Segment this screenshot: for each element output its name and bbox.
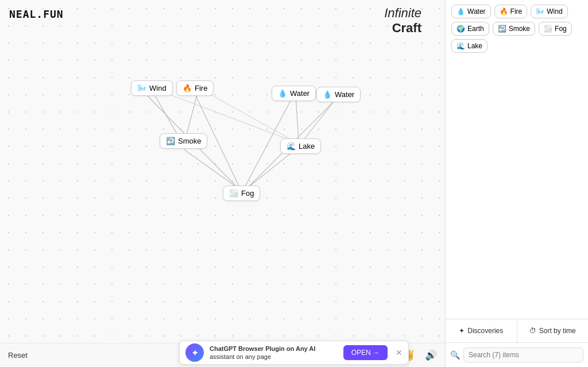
node-wind[interactable]: 🌬️ Wind bbox=[131, 80, 173, 96]
ad-close-button[interactable]: ✕ bbox=[396, 348, 403, 357]
ad-icon: ✦ bbox=[185, 343, 204, 362]
water2-icon: 💧 bbox=[323, 90, 332, 99]
sortby-label: Sort by time bbox=[539, 327, 576, 335]
ad-text: ChatGPT Browser Plugin on Any AI assista… bbox=[210, 345, 338, 361]
fire-label: Fire bbox=[195, 84, 207, 92]
right-panel: 💧 Water 🔥 Fire 🌬️ Wind 🌍 Earth ↩️ Smoke … bbox=[445, 0, 588, 367]
water1-label: Water bbox=[290, 89, 310, 98]
svg-line-7 bbox=[296, 96, 299, 139]
node-fog[interactable]: 🌫️ Fog bbox=[223, 186, 260, 201]
chip-water[interactable]: 💧 Water bbox=[451, 5, 491, 18]
chip-lake[interactable]: 🌊 Lake bbox=[451, 39, 488, 53]
sound-icon[interactable]: 🔊 bbox=[425, 349, 437, 361]
water2-label: Water bbox=[335, 90, 354, 99]
sortby-button[interactable]: ⏱ Sort by time bbox=[517, 319, 589, 342]
smoke-label: Smoke bbox=[178, 137, 201, 145]
ad-banner: ✦ ChatGPT Browser Plugin on Any AI assis… bbox=[179, 341, 409, 365]
node-lake[interactable]: 🌊 Lake bbox=[280, 138, 321, 154]
discoveries-button[interactable]: ✦ Discoveries bbox=[446, 319, 517, 342]
discoveries-bar: ✦ Discoveries ⏱ Sort by time bbox=[446, 319, 588, 342]
chip-wind-label: Wind bbox=[547, 7, 562, 16]
chip-fire[interactable]: 🔥 Fire bbox=[494, 5, 528, 18]
chip-water-icon: 💧 bbox=[457, 7, 465, 16]
lake-label: Lake bbox=[299, 142, 315, 150]
clock-icon: ⏱ bbox=[529, 327, 536, 335]
chip-fog-icon: 🌫️ bbox=[544, 25, 552, 33]
smoke-icon: ↩️ bbox=[166, 137, 175, 145]
node-smoke[interactable]: ↩️ Smoke bbox=[160, 133, 207, 149]
fire-icon: 🔥 bbox=[183, 84, 192, 92]
node-water-2[interactable]: 💧 Water bbox=[316, 87, 361, 102]
svg-line-9 bbox=[247, 149, 296, 188]
discoveries-label: Discoveries bbox=[467, 327, 503, 335]
chip-lake-label: Lake bbox=[467, 42, 482, 50]
water1-icon: 💧 bbox=[278, 89, 287, 98]
chip-earth-label: Earth bbox=[467, 25, 484, 33]
node-fire[interactable]: 🔥 Fire bbox=[176, 80, 214, 96]
chip-wind[interactable]: 🌬️ Wind bbox=[531, 5, 567, 18]
svg-line-6 bbox=[184, 149, 238, 188]
lake-icon: 🌊 bbox=[287, 142, 296, 150]
chip-smoke-icon: ↩️ bbox=[498, 25, 506, 33]
canvas[interactable]: 🌬️ Wind 🔥 Fire 💧 Water 💧 Water ↩️ Smoke … bbox=[0, 0, 445, 367]
discoveries-icon: ✦ bbox=[459, 327, 465, 335]
chip-fire-label: Fire bbox=[510, 7, 523, 16]
wind-icon: 🌬️ bbox=[137, 84, 146, 92]
logo: NEAL.FUN bbox=[9, 8, 64, 20]
chip-water-label: Water bbox=[467, 7, 486, 16]
chip-smoke[interactable]: ↩️ Smoke bbox=[493, 22, 535, 36]
brand-infinite: Infinite bbox=[384, 6, 421, 21]
connection-lines bbox=[0, 0, 445, 367]
ad-subtitle: assistant on any page bbox=[210, 353, 271, 360]
chip-fog-label: Fog bbox=[555, 25, 567, 33]
reset-button[interactable]: Reset bbox=[8, 351, 28, 360]
ad-open-button[interactable]: OPEN → bbox=[343, 345, 388, 360]
fog-label: Fog bbox=[241, 189, 254, 198]
panel-bottom: ✦ Discoveries ⏱ Sort by time 🔍 bbox=[446, 319, 588, 367]
fog-icon: 🌫️ bbox=[229, 189, 238, 198]
search-icon: 🔍 bbox=[450, 350, 460, 360]
wind-label: Wind bbox=[149, 84, 167, 92]
brand-craft: Craft bbox=[384, 21, 421, 36]
svg-line-10 bbox=[155, 89, 287, 139]
chip-fog[interactable]: 🌫️ Fog bbox=[539, 22, 572, 36]
search-input[interactable] bbox=[463, 347, 583, 362]
chip-fire-icon: 🔥 bbox=[500, 7, 508, 16]
chip-smoke-label: Smoke bbox=[509, 25, 530, 33]
chip-earth[interactable]: 🌍 Earth bbox=[451, 22, 489, 36]
search-area: 🔍 bbox=[446, 342, 588, 367]
chip-earth-icon: 🌍 bbox=[457, 25, 465, 33]
node-water-1[interactable]: 💧 Water bbox=[272, 86, 316, 101]
svg-line-8 bbox=[304, 96, 338, 139]
ad-title: ChatGPT Browser Plugin on Any AI bbox=[210, 345, 338, 353]
chip-wind-icon: 🌬️ bbox=[536, 7, 544, 16]
chip-lake-icon: 🌊 bbox=[457, 42, 465, 50]
brand-title: Infinite Craft bbox=[384, 6, 421, 36]
chips-area: 💧 Water 🔥 Fire 🌬️ Wind 🌍 Earth ↩️ Smoke … bbox=[446, 0, 588, 319]
